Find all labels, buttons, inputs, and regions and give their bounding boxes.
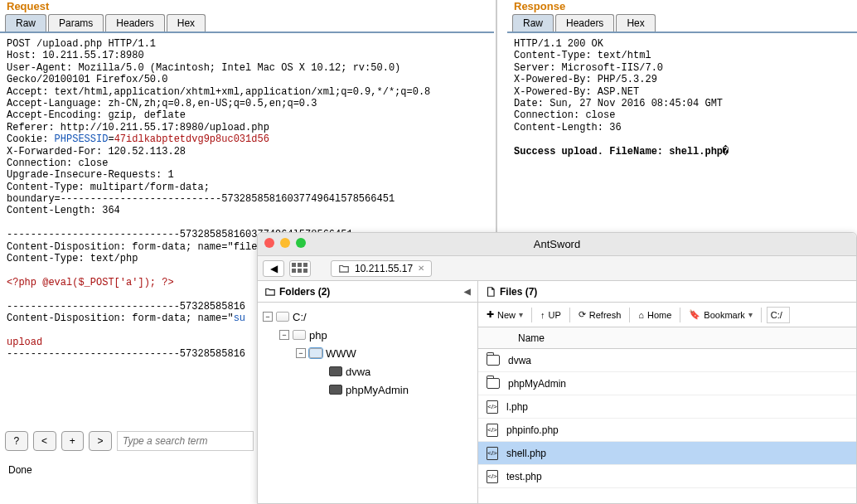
- tree-node-dvwa[interactable]: dvwa: [263, 362, 472, 380]
- files-header: Files (7): [478, 281, 856, 303]
- response-tabs: Raw Headers Hex: [507, 12, 857, 33]
- file-name: phpinfo.php: [506, 424, 559, 436]
- collapse-icon[interactable]: ◀: [464, 287, 471, 296]
- file-name: dvwa: [508, 355, 531, 366]
- home-button[interactable]: ⌂Home: [635, 306, 675, 324]
- maximize-icon[interactable]: [296, 238, 306, 248]
- grid-button[interactable]: [289, 260, 311, 277]
- address-input[interactable]: [767, 307, 790, 323]
- file-name: shell.php: [506, 448, 546, 459]
- tree-node-phpmyadmin[interactable]: phpMyAdmin: [263, 380, 472, 399]
- file-name: test.php: [506, 471, 542, 482]
- folder-icon: [338, 263, 350, 274]
- files-column-header[interactable]: Name: [478, 327, 856, 349]
- search-input[interactable]: [117, 431, 254, 451]
- code-file-icon: </>: [487, 424, 498, 437]
- file-icon: [485, 286, 496, 298]
- help-button[interactable]: ?: [5, 431, 28, 451]
- code-file-icon: </>: [487, 470, 498, 483]
- minimize-icon[interactable]: [280, 238, 290, 248]
- tree-node-www[interactable]: − WWW: [263, 344, 472, 362]
- antsword-toolbar: ◀ 10.211.55.17 ✕: [258, 256, 856, 281]
- folder-icon: [329, 366, 342, 376]
- status-text: Done: [8, 464, 32, 476]
- file-name: l.php: [506, 401, 528, 413]
- file-row[interactable]: phpMyAdmin: [478, 372, 856, 395]
- folders-header: Folders (2) ◀: [258, 281, 477, 303]
- antsword-title-text: AntSword: [534, 238, 580, 250]
- folder-icon: [329, 385, 342, 395]
- tree-node-c[interactable]: − C:/: [263, 308, 472, 326]
- new-button[interactable]: ✚New▾: [483, 306, 526, 324]
- expand-icon[interactable]: −: [263, 312, 273, 322]
- add-button[interactable]: +: [61, 431, 85, 451]
- tab-params[interactable]: Params: [48, 14, 104, 32]
- file-row[interactable]: dvwa: [478, 349, 856, 372]
- file-name: phpMyAdmin: [508, 378, 566, 390]
- folder-icon: [276, 312, 289, 322]
- close-icon[interactable]: [264, 238, 274, 248]
- folder-icon: [309, 348, 322, 358]
- tree-node-php[interactable]: − php: [263, 326, 472, 344]
- response-body[interactable]: HTTP/1.1 200 OK Content-Type: text/html …: [507, 33, 857, 162]
- close-tab-icon[interactable]: ✕: [418, 264, 424, 273]
- antsword-window: AntSword ◀ 10.211.55.17 ✕ Folders (2) ◀ …: [257, 232, 857, 504]
- expand-icon[interactable]: −: [279, 330, 289, 340]
- folder-icon: [487, 378, 500, 389]
- session-tab[interactable]: 10.211.55.17 ✕: [331, 260, 432, 277]
- folder-icon: [293, 330, 306, 340]
- file-row[interactable]: </>phpinfo.php: [478, 419, 856, 442]
- folder-icon: [264, 286, 276, 298]
- code-file-icon: </>: [487, 400, 498, 414]
- resp-tab-raw[interactable]: Raw: [512, 14, 554, 32]
- prev-button[interactable]: <: [33, 431, 56, 451]
- request-tabs: Raw Params Headers Hex: [0, 12, 494, 33]
- refresh-button[interactable]: ⟳Refresh: [575, 306, 625, 324]
- expand-icon[interactable]: −: [296, 348, 306, 358]
- up-button[interactable]: ↑UP: [537, 306, 564, 324]
- files-toolbar: ✚New▾ ↑UP ⟳Refresh ⌂Home 🔖Bookmark▾: [478, 303, 856, 327]
- antsword-titlebar: AntSword: [258, 233, 856, 256]
- folder-icon: [487, 355, 500, 366]
- file-row[interactable]: </>l.php: [478, 395, 856, 419]
- tab-hex[interactable]: Hex: [167, 14, 206, 32]
- resp-tab-headers[interactable]: Headers: [555, 14, 614, 32]
- code-file-icon: </>: [487, 447, 498, 460]
- file-row[interactable]: </>shell.php: [478, 442, 856, 465]
- response-title: Response: [507, 0, 857, 12]
- back-button[interactable]: ◀: [263, 260, 284, 277]
- tab-raw[interactable]: Raw: [5, 14, 46, 32]
- tab-headers[interactable]: Headers: [105, 14, 164, 32]
- bookmark-button[interactable]: 🔖Bookmark▾: [685, 306, 756, 324]
- file-row[interactable]: </>test.php: [478, 465, 856, 488]
- folder-tree: − C:/ − php − WWW dvwa: [258, 303, 477, 404]
- session-tab-label: 10.211.55.17: [355, 263, 413, 274]
- next-button[interactable]: >: [89, 431, 112, 451]
- resp-tab-hex[interactable]: Hex: [616, 14, 655, 32]
- file-list: dvwaphpMyAdmin</>l.php</>phpinfo.php</>s…: [478, 349, 856, 488]
- request-title: Request: [0, 0, 494, 12]
